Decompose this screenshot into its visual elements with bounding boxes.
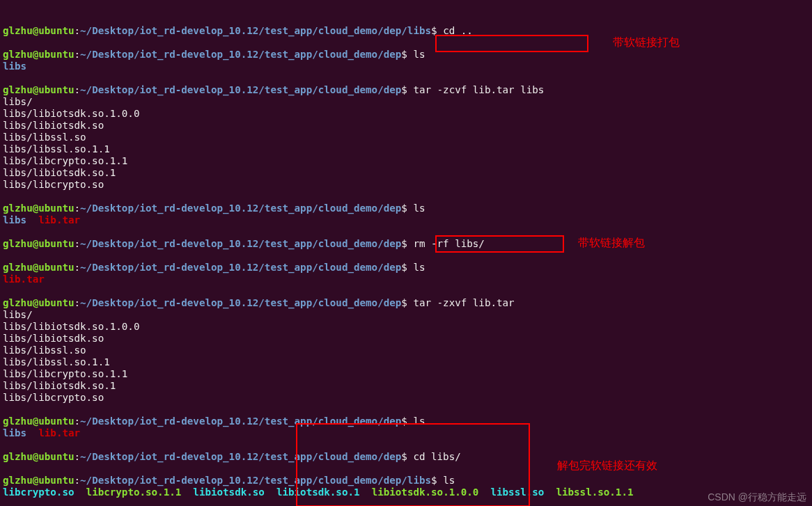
ls-libtar-only: lib.tar: [3, 274, 45, 285]
ls-libtar: lib.tar: [38, 214, 80, 226]
ls-libs-dir-2: libs: [3, 214, 26, 226]
watermark: CSDN @行稳方能走远: [708, 491, 806, 503]
f1: libcrypto.so: [3, 487, 75, 498]
prompt-path: ~/Desktop/iot_rd-develop_10.12/test_app/…: [80, 25, 431, 36]
ls-libs-dir: libs: [3, 61, 26, 72]
highlight-box-ls-l: [296, 423, 530, 506]
annotation-tar-extract: 带软链接解包: [578, 237, 645, 248]
cmd-tar-extract: tar -zxvf lib.tar: [413, 297, 514, 308]
annotation-tar-create: 带软链接打包: [613, 36, 680, 48]
cmd-tar-create: tar -zcvf lib.tar libs: [413, 84, 544, 95]
highlight-box-tar-extract: [435, 235, 564, 253]
tar-o: libs/: [3, 96, 33, 107]
highlight-box-tar-create: [435, 35, 588, 52]
prompt-user: glzhu@ubuntu: [3, 25, 75, 36]
annotation-ls-l: 解包完软链接还有效: [557, 459, 657, 471]
cmd-ls: ls: [413, 49, 425, 60]
prompt: glzhu@ubuntu: [3, 49, 75, 60]
